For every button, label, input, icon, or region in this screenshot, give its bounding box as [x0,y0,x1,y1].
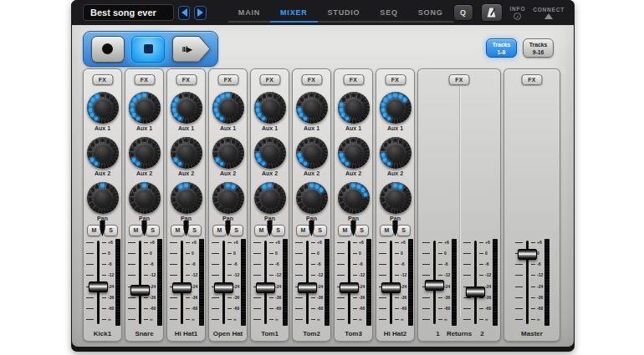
return-2-fader-cap[interactable] [466,287,485,297]
top-bar: Best song ever MAINMIXERSTUDIOSEQSONG Q … [71,0,575,25]
fx-button-hi-hat2[interactable]: FX [385,74,406,85]
kick1-fader-cap[interactable] [89,281,108,292]
knob-led [384,98,387,101]
bank-label: 1-8 [487,49,516,57]
mute-button-kick1[interactable]: M [87,225,101,236]
hi-hat2-pan-knob[interactable] [380,182,411,214]
kick1-aux2-knob[interactable] [87,137,119,169]
solo-button-snare[interactable]: S [146,225,160,236]
song-title[interactable]: Best song ever [83,4,174,21]
kick1-pan-knob[interactable] [87,182,119,214]
open-hat-fader-cap[interactable] [214,282,233,293]
tom3-pan-knob[interactable] [338,182,370,214]
knob-led [237,158,240,161]
snare-aux2-knob[interactable] [129,137,161,169]
mute-button-tom2[interactable]: M [296,225,310,236]
fader-tick [295,242,303,243]
quantize-button[interactable]: Q [453,4,473,21]
play-pause-button[interactable]: II/▶ [172,36,211,63]
record-button[interactable] [91,36,125,63]
knob-led [268,139,271,142]
solo-button-hi-hat2[interactable]: S [396,225,411,236]
fader-tick [337,242,345,243]
solo-button-kick1[interactable]: S [104,225,118,236]
fader-tick [170,264,177,265]
stop-button[interactable] [131,36,165,63]
snare-level-meter [157,239,162,326]
snare-fader-track[interactable] [139,241,141,324]
tom1-fader-cap[interactable] [256,282,275,293]
return-1-fader-cap[interactable] [425,280,444,291]
snare-aux1-knob[interactable] [129,92,161,124]
tab-song[interactable]: SONG [408,7,453,23]
metronome-button[interactable] [481,3,503,22]
fx-button-kick1[interactable]: FX [92,74,113,85]
fx-button-tom1[interactable]: FX [259,74,280,85]
solo-button-tom1[interactable]: S [271,225,285,236]
open-hat-pan-knob[interactable] [212,182,244,214]
fx-button-snare[interactable]: FX [134,74,155,85]
bank-button-9-16[interactable]: Tracks9-16 [523,38,554,58]
open-hat-aux2-knob[interactable] [212,137,244,169]
knob-led [304,94,308,98]
fader-tick [186,275,190,276]
solo-button-open-hat[interactable]: S [229,225,243,236]
tom3-aux2-knob[interactable] [338,137,370,169]
fx-button-hi-hat1[interactable]: FX [176,74,197,85]
tom1-aux1-knob[interactable] [254,92,286,124]
next-song-button[interactable] [194,6,207,20]
tom2-fader-cap[interactable] [298,282,317,293]
knob-led [216,203,219,206]
knob-led [342,188,345,191]
master-fader-cap[interactable] [518,249,537,260]
mute-button-tom1[interactable]: M [254,225,268,236]
tom2-aux1-knob[interactable] [296,92,328,124]
tom1-aux2-knob[interactable] [254,137,286,169]
bank-button-1-8[interactable]: Tracks1-8 [486,38,517,58]
fader-tick-label: +6 [275,240,280,245]
fx-button-returns[interactable]: FX [449,74,470,85]
knob-led [280,198,284,201]
tab-mixer[interactable]: MIXER [270,7,318,23]
hi-hat1-aux1-knob[interactable] [171,92,202,124]
fader-tick-label: -36 [401,295,406,300]
info-button[interactable]: INFO i [510,6,526,20]
knob-led [400,117,403,120]
hi-hat1-aux2-knob[interactable] [171,137,202,169]
fx-button-master[interactable]: FX [522,74,543,85]
solo-button-hi-hat1[interactable]: S [187,225,202,236]
hi-hat1-fader-cap[interactable] [172,282,192,293]
tom3-aux1-knob[interactable] [338,92,370,124]
snare-pan-knob[interactable] [129,182,161,214]
fader-tick-label: 0 [150,251,152,256]
snare-fader-cap[interactable] [130,285,150,296]
mute-button-hi-hat2[interactable]: M [380,225,394,236]
kick1-aux1-knob[interactable] [87,92,119,124]
hi-hat1-pan-knob[interactable] [171,182,202,214]
solo-button-tom2[interactable]: S [313,225,327,236]
open-hat-aux1-knob[interactable] [212,92,244,124]
return-2-fader-track[interactable] [474,241,477,324]
tom3-fader-cap[interactable] [340,282,359,293]
mute-button-hi-hat1[interactable]: M [171,225,185,236]
tom2-pan-knob[interactable] [296,182,328,214]
fx-button-open-hat[interactable]: FX [217,74,238,85]
tab-main[interactable]: MAIN [228,7,270,23]
fx-button-tom3[interactable]: FX [343,74,364,85]
fader-tick-label: +6 [359,240,364,245]
hi-hat2-aux2-knob[interactable] [380,137,411,169]
hi-hat2-fader-cap[interactable] [381,282,401,293]
solo-button-tom3[interactable]: S [355,225,369,236]
tom1-pan-knob[interactable] [254,182,286,214]
prev-song-button[interactable] [178,6,191,20]
tab-studio[interactable]: STUDIO [318,7,371,23]
fader-tick [102,253,106,254]
hi-hat2-aux1-knob[interactable] [380,92,411,124]
fx-button-tom2[interactable]: FX [301,74,322,85]
connect-button[interactable]: CONNECT [533,7,565,19]
mute-button-open-hat[interactable]: M [212,225,227,236]
tab-seq[interactable]: SEQ [370,7,407,23]
mute-button-snare[interactable]: M [129,225,143,236]
tom2-aux2-knob[interactable] [296,137,328,169]
mute-button-tom3[interactable]: M [338,225,352,236]
